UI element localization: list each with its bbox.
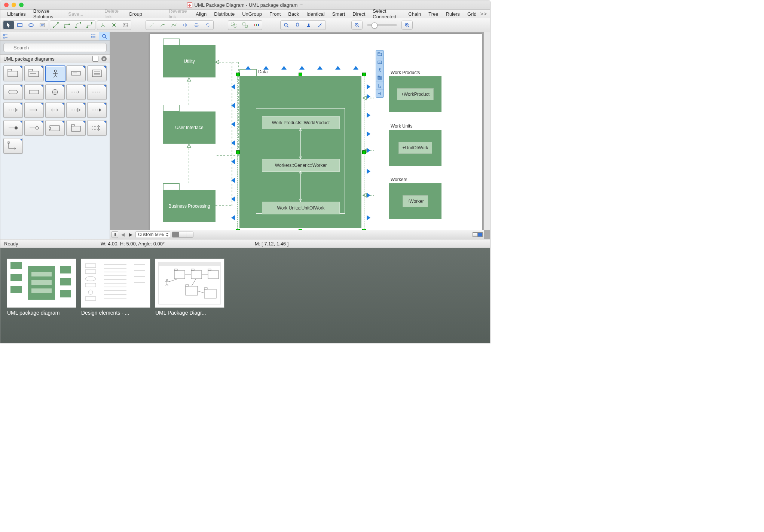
menu-select-connected[interactable]: Select Connected <box>369 8 404 19</box>
menu-smart[interactable]: Smart <box>328 11 349 17</box>
page-segments[interactable] <box>172 232 193 238</box>
zoom-in-button[interactable] <box>401 21 413 30</box>
menu-delete-link[interactable]: Delete link <box>101 8 125 19</box>
shape-package-tab-left[interactable] <box>45 120 65 136</box>
package-user-interface[interactable]: User Interface <box>163 111 216 144</box>
flip-v-tool[interactable] <box>191 21 202 29</box>
menu-tree[interactable]: Tree <box>425 11 442 17</box>
shape-circle-line[interactable] <box>3 120 23 136</box>
vertical-scrollbar[interactable] <box>484 32 490 230</box>
zoom-tool[interactable] <box>281 21 291 29</box>
save-library-icon[interactable] <box>92 56 98 62</box>
search-toggle-icon[interactable] <box>99 32 110 40</box>
shape-dashed-line[interactable] <box>87 84 107 100</box>
window-title[interactable]: ◆ UML Package Diagram - UML package diag… <box>187 2 304 8</box>
shape-solid-arrow[interactable] <box>24 102 44 118</box>
maximize-window-button[interactable] <box>19 3 24 7</box>
line-tool[interactable] <box>146 21 157 29</box>
smart-shape-toolbar[interactable] <box>376 50 384 98</box>
pointer-tool[interactable] <box>3 21 14 29</box>
package-business-processing[interactable]: Business Processing <box>163 190 216 222</box>
connector-rounded-tool[interactable] <box>73 21 83 29</box>
thumbnail-3[interactable]: UML Package Diagr... <box>155 259 223 316</box>
shape-connector-elbow[interactable] <box>3 138 23 154</box>
shape-rounded-rect[interactable] <box>3 84 23 100</box>
insert-picture-tool[interactable] <box>120 21 131 29</box>
menu-front[interactable]: Front <box>266 11 284 17</box>
package-workers[interactable]: Workers +Worker <box>389 183 441 219</box>
menu-align[interactable]: Align <box>192 11 210 17</box>
distribute-tool[interactable] <box>251 21 262 29</box>
menu-group[interactable]: Group <box>125 11 146 17</box>
page-prev-icon[interactable]: ◀ <box>120 232 126 237</box>
ungroup-tool[interactable] <box>240 21 250 29</box>
minimap-toggle[interactable] <box>473 232 483 237</box>
zoom-select[interactable]: Custom 56% <box>135 231 170 238</box>
flip-h-tool[interactable] <box>180 21 190 29</box>
shape-open-circle-line[interactable] <box>24 120 44 136</box>
shape-dashed-open-arrow[interactable] <box>3 102 23 118</box>
menu-rulers[interactable]: Rulers <box>442 11 464 17</box>
rotate-tool[interactable] <box>202 21 213 29</box>
smart-shape-opt-4[interactable] <box>376 74 383 82</box>
package-work-products[interactable]: Work Products +WorkProduct <box>389 76 441 112</box>
connector-right-angle-tool[interactable] <box>62 21 72 29</box>
shape-component-bars[interactable] <box>87 65 107 81</box>
close-window-button[interactable] <box>4 3 9 7</box>
package-utility[interactable]: Utility <box>163 45 216 77</box>
smart-shape-opt-6[interactable] <box>376 90 383 97</box>
menu-libraries[interactable]: Libraries <box>3 11 30 17</box>
menu-reverse-link[interactable]: Reverse link <box>165 8 192 19</box>
library-header[interactable]: UML package diagrams ✕ <box>0 55 110 63</box>
shape-dashed-triangle-arrow[interactable] <box>66 102 86 118</box>
menu-identical[interactable]: Identical <box>303 11 328 17</box>
search-input[interactable] <box>3 43 107 52</box>
menu-browse-solutions[interactable]: Browse Solutions <box>30 8 64 19</box>
canvas-area[interactable]: Utility User Interface Business Processi… <box>110 32 490 239</box>
group-tool[interactable] <box>229 21 239 29</box>
shape-dashed-arrow[interactable] <box>66 84 86 100</box>
menu-ungroup[interactable]: UnGroup <box>238 11 266 17</box>
menu-grid[interactable]: Grid <box>464 11 480 17</box>
arc-tool[interactable] <box>158 21 168 29</box>
pan-tool[interactable] <box>292 21 303 29</box>
shape-package[interactable] <box>3 65 23 81</box>
smart-shape-opt-3[interactable] <box>376 66 383 74</box>
shape-circle-cross[interactable] <box>45 84 65 100</box>
shape-component-bar[interactable] <box>66 65 86 81</box>
smart-shape-opt-1[interactable] <box>376 51 383 58</box>
shape-dashed-both-arrow[interactable] <box>45 102 65 118</box>
connector-bezier-tool[interactable] <box>84 21 95 29</box>
list-view-icon[interactable] <box>88 32 99 40</box>
shape-rect[interactable] <box>24 84 44 100</box>
eyedropper-tool[interactable] <box>315 21 325 29</box>
thumbnail-1[interactable]: UML package diagram <box>7 259 75 316</box>
shape-package-tab-top[interactable] <box>66 120 86 136</box>
menu-overflow-icon[interactable]: >> <box>480 11 487 17</box>
close-library-icon[interactable]: ✕ <box>101 56 107 61</box>
menu-direct[interactable]: Direct <box>349 11 369 17</box>
menu-chain[interactable]: Chain <box>404 11 425 17</box>
sidebar-filter[interactable] <box>11 32 88 40</box>
menu-distribute[interactable]: Distribute <box>210 11 238 17</box>
tree-view-icon[interactable] <box>0 32 11 40</box>
stamp-tool[interactable] <box>303 21 314 29</box>
shape-package-name[interactable] <box>24 65 44 81</box>
menu-save[interactable]: Save... <box>64 11 87 17</box>
shape-dashed-filled-arrow[interactable] <box>87 102 107 118</box>
minimize-window-button[interactable] <box>12 3 16 7</box>
spline-tool[interactable] <box>169 21 179 29</box>
package-work-units[interactable]: Work Units +UnitOfWork <box>389 130 441 166</box>
canvas-paper[interactable]: Utility User Interface Business Processi… <box>150 34 482 239</box>
zoom-slider[interactable] <box>367 24 397 26</box>
thumbnail-2[interactable]: Design elements - ... <box>81 259 149 316</box>
text-tool[interactable] <box>37 21 48 29</box>
menu-back[interactable]: Back <box>284 11 303 17</box>
smart-shape-opt-2[interactable] <box>376 58 383 66</box>
pause-button[interactable] <box>111 231 118 238</box>
page-next-icon[interactable]: ▶ <box>128 232 134 237</box>
connector-direct-tool[interactable] <box>51 21 61 29</box>
shape-actor[interactable] <box>45 65 65 82</box>
connector-junction-tool[interactable] <box>109 21 119 29</box>
ellipse-tool[interactable] <box>26 21 36 29</box>
